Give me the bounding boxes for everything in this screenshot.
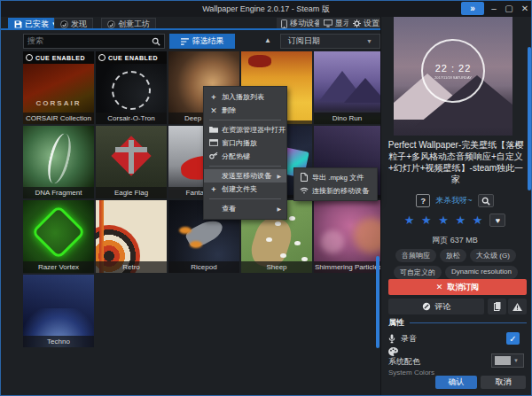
send-to-mobile-submenu: 导出 .mpkg 文件 连接新的移动设备: [293, 167, 378, 201]
cue-logo-icon: [98, 54, 106, 61]
filter-icon: [181, 38, 189, 45]
wallpaper-thumb-corsair-collection[interactable]: CUE ENABLED CORSAIR CORSAIR Collection: [23, 51, 94, 124]
system-color-property: 系统配色 System Colors: [388, 356, 434, 377]
thumb-label: Razer Vortex: [23, 261, 94, 273]
comment-button[interactable]: 评论: [388, 299, 484, 314]
menu-separator: [209, 120, 281, 120]
wallpaper-title: Perfect Wallpaper-完美壁纸【落樱粒子+多风格动态音频响应+自定…: [384, 139, 528, 185]
system-color-sublabel: System Colors: [388, 369, 434, 377]
audio-checkbox[interactable]: ✓: [506, 332, 520, 345]
floppy-icon: [14, 20, 22, 28]
thumb-label: Retro: [96, 261, 167, 273]
audio-property-label: 录音: [401, 333, 417, 345]
search-input[interactable]: 搜索: [23, 34, 165, 49]
x-icon: ✕: [209, 106, 218, 115]
menu-item-assign-hotkey[interactable]: 分配热键: [204, 150, 286, 163]
grid-scrollbar-thumb[interactable]: [376, 256, 379, 348]
rating-stars[interactable]: ★ ★ ★ ★ ★: [404, 214, 485, 227]
submenu-item-connect-device[interactable]: 连接新的移动设备: [294, 184, 377, 198]
wallpaper-thumb-eagle-flag[interactable]: Eagle Flag: [96, 126, 167, 198]
wallpaper-thumb-dino-run[interactable]: Dino Run: [314, 51, 380, 124]
chevron-down-icon: ▼: [513, 358, 519, 363]
phone-icon: [281, 19, 287, 28]
plus-icon: +: [209, 93, 218, 102]
cancel-button[interactable]: 取消: [481, 376, 526, 389]
wallpaper-thumb-techno[interactable]: Techno: [23, 275, 94, 347]
zoom-preview-button[interactable]: [478, 194, 494, 207]
menu-item-play-in-window[interactable]: 窗口内播放: [204, 136, 286, 150]
author-link[interactable]: 来杀我呀~: [435, 195, 472, 206]
copy-button[interactable]: [488, 299, 506, 314]
sort-ascending-toggle[interactable]: ▲: [262, 36, 274, 46]
wallpaper-type-size: 网页 637 MB: [380, 235, 529, 246]
properties-label: 属性: [388, 317, 404, 329]
wallpaper-preview-image: 22 : 22 2017/11/18 SATURDAY: [394, 17, 512, 136]
thumb-label: Sheep: [241, 261, 312, 273]
thumb-graphic: [248, 55, 271, 67]
menu-item-add-to-playlist[interactable]: +加入播放列表: [204, 90, 286, 104]
palette-icon-row: [388, 347, 398, 356]
flame-graphic: [190, 241, 202, 248]
collapse-panel-button[interactable]: »: [461, 2, 484, 15]
monitor-icon: [324, 19, 332, 27]
window-title: Wallpaper Engine 2.0.17 - Steam 版: [1, 4, 531, 15]
submenu-item-label: 连接新的移动设备: [312, 186, 369, 196]
plus-icon: +: [209, 185, 218, 194]
menu-item-label: 在资源管理器中打开: [222, 125, 286, 135]
heading-rule: [410, 322, 527, 323]
comment-icon: [422, 302, 431, 311]
wallpaper-thumb-dna-fragment[interactable]: DNA Fragment: [23, 126, 94, 198]
bokeh-graphic: [321, 230, 344, 253]
close-button[interactable]: ✕: [519, 2, 531, 15]
clock-date: 2017/11/18 SATURDAY: [434, 75, 472, 80]
unsubscribe-button[interactable]: ✕ 取消订阅: [388, 279, 527, 295]
menu-item-open-in-explorer[interactable]: 在资源管理器中打开: [204, 123, 286, 136]
audio-property-row: 录音: [388, 333, 417, 345]
color-picker-dropdown[interactable]: ▼: [491, 353, 524, 368]
file-icon: [300, 173, 309, 183]
playlist-section: 播放列表 + 壁纸编辑器 打开壁纸: [1, 349, 380, 395]
menu-item-delete[interactable]: ✕删除: [204, 104, 286, 117]
workshop-icon: [107, 20, 115, 28]
submenu-item-export-mpkg[interactable]: 导出 .mpkg 文件: [294, 171, 377, 184]
minimize-button[interactable]: –: [488, 2, 500, 15]
help-button[interactable]: ?: [416, 194, 430, 207]
favorite-button[interactable]: ♥: [489, 214, 505, 227]
thumb-label: Dino Run: [314, 113, 380, 124]
confirm-button[interactable]: 确认: [435, 376, 477, 389]
menu-item-create-folder[interactable]: +创建文件夹: [204, 182, 286, 196]
wallpaper-thumb-shimmering-particles[interactable]: Shimmering Particles: [314, 200, 380, 273]
wallpaper-thumb-retro[interactable]: Retro: [96, 200, 167, 273]
filter-results-button[interactable]: 筛选结果: [169, 34, 235, 49]
report-button[interactable]: [508, 299, 527, 314]
maximize-button[interactable]: ▢: [503, 2, 515, 15]
wallpaper-thumb-corsair-o-tron[interactable]: CUE ENABLED Corsair-O-Tron: [96, 51, 167, 124]
tag-rating: 大众级 (G): [470, 249, 516, 262]
chevron-down-icon: ▼: [366, 38, 372, 44]
corsair-watermark: CORSAIR: [23, 99, 94, 107]
gear-icon: [353, 19, 361, 27]
chevron-right-icon: ▶: [277, 173, 281, 179]
search-icon: [481, 197, 490, 206]
clipboard-icon: [494, 302, 501, 311]
menu-item-view[interactable]: 查看▶: [204, 202, 286, 215]
key-icon: [209, 151, 218, 161]
details-scrollbar-thumb[interactable]: [528, 47, 531, 190]
wallpaper-engine-window: Wallpaper Engine 2.0.17 - Steam 版 » – ▢ …: [0, 0, 532, 396]
wallpaper-thumb-razer-vortex[interactable]: Razer Vortex: [23, 200, 94, 273]
dna-helix-graphic: [43, 131, 74, 186]
thumb-label: Techno: [23, 336, 94, 347]
wifi-icon: [300, 187, 309, 196]
mountain-graphic: [344, 78, 380, 103]
tag-dynamic-resolution: Dynamic resolution: [445, 266, 518, 279]
context-menu: +加入播放列表 ✕删除 在资源管理器中打开 窗口内播放 分配热键 发送至移动设备…: [203, 86, 287, 220]
tag-relaxing: 放松: [440, 249, 466, 262]
sort-dropdown[interactable]: 订阅日期 ▼: [280, 34, 380, 49]
unsubscribe-label: 取消订阅: [447, 282, 479, 293]
thumb-label: CORSAIR Collection: [23, 113, 94, 124]
menu-item-send-to-mobile[interactable]: 发送至移动设备▶: [204, 169, 286, 182]
menu-item-label: 加入播放列表: [222, 92, 264, 102]
chevron-right-icon: ▶: [277, 206, 281, 212]
search-icon: [152, 37, 160, 46]
flame-graphic: [179, 227, 192, 234]
